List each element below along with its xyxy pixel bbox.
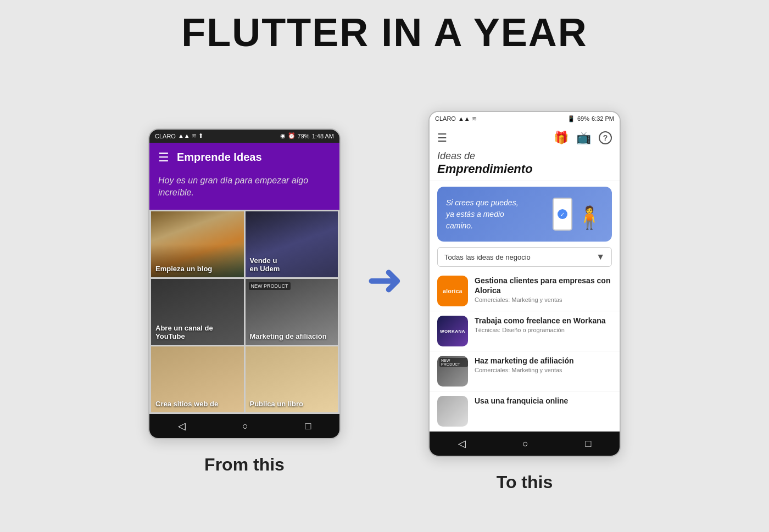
workana-info: Trabaja como freelance en Workana Técnic… — [475, 316, 612, 333]
back-icon-left[interactable]: ◁ — [178, 420, 186, 432]
recent-icon-left[interactable]: □ — [305, 421, 311, 432]
grid-card-libro[interactable]: Publica un libro — [246, 346, 338, 412]
filter-icon[interactable]: ☰ — [437, 131, 447, 144]
card-label-udemy: Vende uen Udem — [250, 256, 280, 273]
right-phone-section: CLARO ▲▲ ≋ 📱 69% 6:32 PM ☰ 🎁 📺 ? — [428, 111, 621, 492]
banner-illustration: ✓ 🧍 — [553, 198, 603, 231]
old-app-header: ☰ Emprende Ideas Hoy es un gran día para… — [149, 143, 339, 210]
biz-item-franchise[interactable]: Usa una franquicia online — [430, 391, 620, 432]
phone-mockup-mini: ✓ — [553, 198, 572, 231]
nav-icons-right: 🎁 📺 ? — [554, 131, 612, 145]
check-circle: ✓ — [558, 209, 567, 219]
transition-arrow: ➜ — [366, 254, 403, 305]
old-app-tagline: Hoy es un gran día para empezar algo inc… — [158, 175, 331, 199]
battery-icon-right: 📱 — [567, 115, 575, 122]
alorica-info: Gestiona clientes para empresas con Alor… — [475, 276, 612, 303]
biz-item-affiliate[interactable]: NEW PRODUCT Haz marketing de afiliación … — [430, 351, 620, 391]
old-app-grid: Empieza un blog Vende uen Udem Abre un c… — [149, 210, 339, 414]
banner-text: Si crees que puedes, ya estás a medio ca… — [446, 197, 528, 232]
time-right: 6:32 PM — [592, 115, 614, 122]
gift-icon[interactable]: 🎁 — [554, 131, 569, 145]
content-row: CLARO ▲▲ ≋ ⬆ ◉ ⏰ 79% 1:48 AM ☰ Emprende … — [0, 71, 769, 532]
new-app-title-line2: Emprendimiento — [437, 162, 612, 176]
new-app-nav: ☰ 🎁 📺 ? — [437, 131, 612, 145]
left-label: From this — [204, 455, 285, 475]
old-app-name: Emprende Ideas — [177, 151, 262, 164]
workana-subtitle: Técnicas: Diseño o programación — [475, 327, 612, 333]
affiliate-info: Haz marketing de afiliación Comerciales:… — [475, 356, 612, 373]
workana-logo-text: WORKANA — [440, 329, 465, 334]
left-status-bar: CLARO ▲▲ ≋ ⬆ ◉ ⏰ 79% 1:48 AM — [149, 130, 339, 143]
phone-check-group: ✓ — [553, 198, 572, 231]
signal-left: ▲▲ ≋ ⬆ — [178, 132, 203, 139]
affiliate-thumb: NEW PRODUCT — [437, 356, 468, 387]
new-app-header: ☰ 🎁 📺 ? Ideas de Emprendimiento — [430, 125, 620, 181]
grid-card-udemy[interactable]: Vende uen Udem — [246, 211, 338, 277]
card-label-blog: Empieza un blog — [155, 265, 212, 273]
grid-card-marketing[interactable]: NEW PRODUCT Marketing de afiliación — [246, 279, 338, 345]
menu-icon-row: ☰ Emprende Ideas — [158, 150, 331, 165]
grid-card-youtube[interactable]: Abre un canal de YouTube — [151, 279, 244, 345]
status-left-right: CLARO ▲▲ ≋ — [435, 115, 477, 122]
status-right-right: 📱 69% 6:32 PM — [567, 115, 614, 122]
card-label-marketing: Marketing de afiliación — [250, 332, 327, 340]
back-icon-right[interactable]: ◁ — [458, 438, 466, 450]
left-phone-section: CLARO ▲▲ ≋ ⬆ ◉ ⏰ 79% 1:48 AM ☰ Emprende … — [148, 128, 341, 475]
alorica-logo-text: alorica — [443, 288, 462, 294]
person-figure: 🧍 — [576, 205, 603, 231]
hamburger-icon: ☰ — [158, 150, 169, 165]
right-nav-bar: ◁ ○ □ — [430, 432, 620, 456]
card-label-youtube: Abre un canal de YouTube — [155, 324, 244, 340]
new-product-badge: NEW PRODUCT — [249, 282, 291, 290]
biz-item-workana[interactable]: WORKANA Trabaja como freelance en Workan… — [430, 311, 620, 351]
recent-icon-right[interactable]: □ — [585, 438, 591, 450]
battery-left: 79% — [298, 133, 310, 139]
right-phone: CLARO ▲▲ ≋ 📱 69% 6:32 PM ☰ 🎁 📺 ? — [428, 111, 621, 457]
workana-thumb: WORKANA — [437, 316, 468, 346]
banner-card: Si crees que puedes, ya estás a medio ca… — [437, 187, 612, 242]
dropdown-text: Todas las ideas de negocio — [444, 253, 531, 261]
time-left: 1:48 AM — [312, 133, 334, 139]
franchise-title: Usa una franquicia online — [475, 396, 612, 406]
alorica-subtitle: Comerciales: Marketing y ventas — [475, 296, 612, 303]
arrow-section: ➜ — [341, 254, 428, 349]
home-icon-right[interactable]: ○ — [522, 438, 528, 450]
workana-title: Trabaja como freelance en Workana — [475, 316, 612, 326]
page-title: FLUTTER IN A YEAR — [181, 10, 587, 55]
status-right-left: ◉ ⏰ 79% 1:48 AM — [280, 132, 334, 139]
new-product-badge-2: NEW PRODUCT — [439, 358, 468, 367]
eye-icon: ◉ — [280, 132, 286, 139]
alarm-icon: ⏰ — [288, 132, 296, 139]
affiliate-title: Haz marketing de afiliación — [475, 356, 612, 366]
franchise-thumb — [437, 396, 468, 427]
signal-right: ▲▲ ≋ — [458, 115, 477, 122]
card-label-web: Crea sitios web de — [155, 400, 218, 408]
left-nav-bar: ◁ ○ □ — [149, 414, 339, 438]
carrier-left: CLARO — [155, 133, 176, 139]
grid-card-blog[interactable]: Empieza un blog — [151, 211, 244, 277]
affiliate-subtitle: Comerciales: Marketing y ventas — [475, 367, 612, 373]
biz-list: alorica Gestiona clientes para empresas … — [430, 271, 620, 432]
new-app-title-line1: Ideas de — [437, 150, 612, 162]
right-status-bar: CLARO ▲▲ ≋ 📱 69% 6:32 PM — [430, 112, 620, 125]
help-icon[interactable]: ? — [599, 131, 612, 144]
dropdown-row[interactable]: Todas las ideas de negocio ▼ — [437, 247, 612, 267]
right-label: To this — [497, 472, 553, 492]
status-left: CLARO ▲▲ ≋ ⬆ — [155, 132, 203, 139]
tv-icon[interactable]: 📺 — [576, 131, 591, 145]
card-label-libro: Publica un libro — [250, 400, 304, 408]
home-icon-left[interactable]: ○ — [242, 421, 248, 432]
biz-item-alorica[interactable]: alorica Gestiona clientes para empresas … — [430, 271, 620, 311]
franchise-info: Usa una franquicia online — [475, 396, 612, 406]
alorica-thumb: alorica — [437, 276, 468, 306]
dropdown-arrow-icon: ▼ — [596, 252, 605, 262]
grid-card-web[interactable]: Crea sitios web de — [151, 346, 244, 412]
battery-right: 69% — [577, 115, 589, 122]
left-phone: CLARO ▲▲ ≋ ⬆ ◉ ⏰ 79% 1:48 AM ☰ Emprende … — [148, 128, 341, 440]
alorica-title: Gestiona clientes para empresas con Alor… — [475, 276, 612, 295]
carrier-right: CLARO — [435, 115, 456, 122]
